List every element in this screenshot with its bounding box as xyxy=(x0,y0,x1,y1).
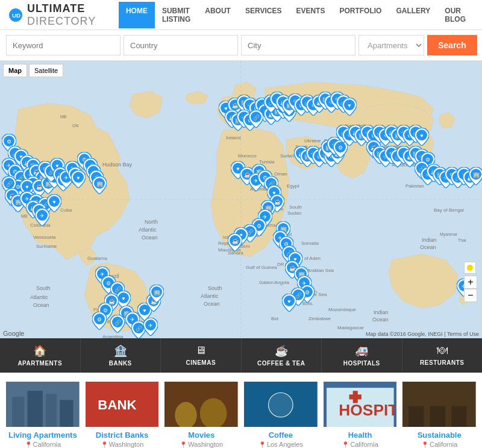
listing-card-4: HOSPITAL Health 📍 California ★★★★★ xyxy=(324,382,397,448)
category-hospitals[interactable]: 🚑HOSPITALS xyxy=(322,338,402,373)
svg-text:Venezuela: Venezuela xyxy=(33,235,56,240)
satellite-view-button[interactable]: Satellite xyxy=(29,64,63,77)
svg-text:Ocean: Ocean xyxy=(33,302,49,308)
svg-text:Indian: Indian xyxy=(422,237,437,243)
category-cinemas[interactable]: 🖥CINEMAS xyxy=(161,338,242,373)
category-icon: 🏠 xyxy=(33,344,46,358)
nav-item-gallery[interactable]: GALLERY xyxy=(389,2,437,28)
svg-text:Oman: Oman xyxy=(274,171,287,177)
map-controls: Map Satellite xyxy=(3,64,63,77)
country-input[interactable] xyxy=(124,35,238,55)
svg-text:HOSPITAL: HOSPITAL xyxy=(339,401,396,419)
location-text: Los Angeles xyxy=(267,441,303,448)
map-container[interactable]: Gulf of Mexico Cuba Hudson Bay South Atl… xyxy=(0,61,482,338)
svg-rect-400 xyxy=(6,382,80,427)
location-text: California xyxy=(430,441,457,448)
listing-title[interactable]: District Banks xyxy=(96,431,148,440)
svg-text:Gulf of Aden: Gulf of Aden xyxy=(294,256,321,261)
svg-text:Mozambique: Mozambique xyxy=(328,307,356,312)
svg-text:AZ: AZ xyxy=(9,202,15,206)
nav-item-submit-listing[interactable]: SUBMIT LISTING xyxy=(155,2,198,28)
svg-rect-407 xyxy=(164,382,238,427)
svg-text:Zam.: Zam. xyxy=(307,289,318,294)
listing-image xyxy=(244,382,318,427)
svg-text:Afghanistan: Afghanistan xyxy=(392,162,417,168)
logo-icon: UD xyxy=(9,4,22,26)
nav-item-our-blog[interactable]: OUR BLOG xyxy=(437,2,473,28)
listing-image: BANK xyxy=(86,382,159,427)
listing-location: 📍 California xyxy=(421,441,457,448)
listing-image xyxy=(164,382,238,427)
svg-text:Belarus: Belarus xyxy=(324,138,340,144)
svg-rect-419 xyxy=(430,406,445,427)
nav-item-about[interactable]: ABOUT xyxy=(198,2,238,28)
listing-image xyxy=(402,382,476,427)
svg-text:Hudson Bay: Hudson Bay xyxy=(102,162,133,168)
category-apartments[interactable]: 🏠APARTMENTS xyxy=(0,338,81,373)
listing-title[interactable]: Coffee xyxy=(269,431,293,440)
listing-location: 📍 Washington xyxy=(101,441,144,448)
city-input[interactable] xyxy=(241,35,355,55)
svg-text:Namibia: Namibia xyxy=(288,295,306,300)
zoom-in-button[interactable]: + xyxy=(464,276,477,289)
listing-title[interactable]: Health xyxy=(348,431,372,440)
svg-text:Turkmenistan: Turkmenistan xyxy=(372,144,401,150)
listing-title[interactable]: Sustainable xyxy=(418,431,462,440)
category-resturants[interactable]: 🍽RESTURANTS xyxy=(402,338,483,373)
category-banks[interactable]: 🏦BANKS xyxy=(81,338,161,373)
svg-text:Atlantic: Atlantic xyxy=(201,293,219,299)
map-view-button[interactable]: Map xyxy=(3,64,27,77)
location-text: Washington xyxy=(109,441,144,448)
listing-location: 📍 California xyxy=(25,441,61,448)
listing-location: 📍 Los Angeles xyxy=(258,441,303,448)
listing-card-3: Coffee 📍 Los Angeles ★★★★★ xyxy=(244,382,318,448)
category-icon: ☕ xyxy=(275,344,288,358)
zoom-out-button[interactable]: − xyxy=(464,289,477,302)
nav-item-services[interactable]: SERVICES xyxy=(238,2,289,28)
category-select[interactable]: Apartments xyxy=(358,35,424,55)
svg-text:Angola: Angola xyxy=(274,280,289,285)
svg-text:Ocean: Ocean xyxy=(142,235,158,241)
location-pin-icon: 📍 xyxy=(180,441,187,448)
category-icon: 🚑 xyxy=(355,344,368,358)
listing-card-0: Living Apartments 📍 California ★★★★★ xyxy=(6,382,80,448)
location-text: California xyxy=(33,441,61,448)
location-text: Washington xyxy=(188,441,223,448)
location-pin-icon: 📍 xyxy=(25,441,32,448)
listing-title[interactable]: Movies xyxy=(188,431,214,440)
svg-rect-415 xyxy=(349,394,361,399)
svg-text:Algeria: Algeria xyxy=(250,186,265,192)
svg-text:Morocco: Morocco xyxy=(238,153,257,159)
svg-text:South: South xyxy=(289,204,302,210)
header: UD ULTIMATE DIRECTORY HOMESUBMIT LISTING… xyxy=(0,0,482,30)
category-label: BANKS xyxy=(109,360,132,367)
svg-text:North: North xyxy=(145,219,158,225)
listing-image: HOSPITAL xyxy=(324,382,397,427)
location-text: California xyxy=(350,441,378,448)
svg-text:South: South xyxy=(36,285,51,291)
svg-text:Tunisia: Tunisia xyxy=(259,159,275,165)
svg-text:Uzbekistan: Uzbekistan xyxy=(374,135,398,140)
google-label: Google xyxy=(3,330,24,337)
svg-text:Saudi: Saudi xyxy=(295,144,308,150)
category-coffee---tea[interactable]: ☕COFFEE & TEA xyxy=(242,338,322,373)
svg-text:Mexico: Mexico xyxy=(39,183,57,189)
svg-text:UD: UD xyxy=(12,11,20,18)
location-pin-icon: 📍 xyxy=(258,441,266,448)
nav-item-home[interactable]: HOME xyxy=(119,2,155,28)
svg-text:Ocean: Ocean xyxy=(204,301,220,307)
svg-text:Thai: Thai xyxy=(458,238,466,242)
svg-text:Nigeria: Nigeria xyxy=(260,222,276,228)
svg-text:Ukraine: Ukraine xyxy=(304,138,321,144)
nav-item-events[interactable]: EVENTS xyxy=(289,2,332,28)
svg-text:PE: PE xyxy=(15,208,21,212)
map-attribution: Map data ©2016 Google, INEGI | Terms of … xyxy=(366,331,479,337)
listing-location: 📍 Washington xyxy=(180,441,223,448)
zoom-controls: + − xyxy=(464,262,477,302)
keyword-input[interactable] xyxy=(6,35,120,55)
svg-text:Kazakhstan: Kazakhstan xyxy=(345,123,371,128)
svg-text:Peru: Peru xyxy=(93,307,104,312)
listing-title[interactable]: Living Apartments xyxy=(8,431,77,440)
nav-item-portfolio[interactable]: PORTFOLIO xyxy=(332,2,389,28)
search-button[interactable]: Search xyxy=(427,35,477,55)
